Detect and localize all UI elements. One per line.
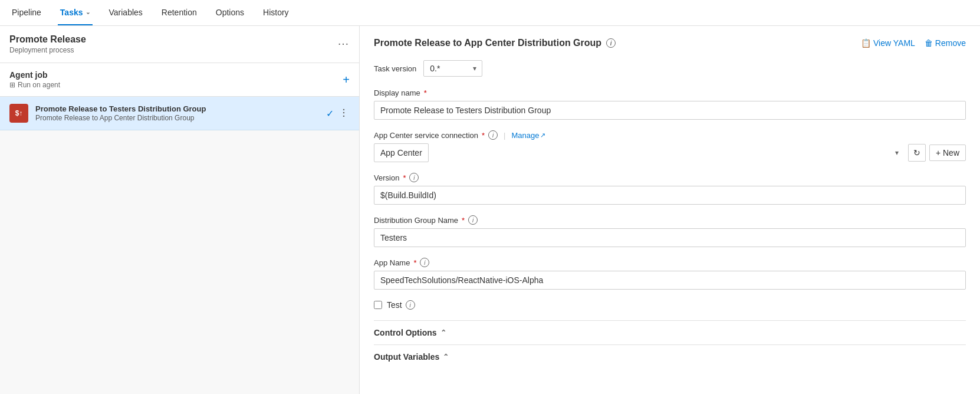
view-yaml-button[interactable]: 📋 View YAML — [861, 38, 915, 48]
app-name-label: App Name * i — [374, 258, 966, 267]
view-yaml-icon: 📋 — [861, 38, 871, 48]
dist-group-name-label: Distribution Group Name * i — [374, 215, 966, 225]
pipe-divider: | — [504, 131, 505, 140]
display-name-required: * — [424, 88, 427, 97]
task-version-select-wrapper: 0.* ▾ — [423, 60, 482, 77]
task-version-row: Task version 0.* ▾ — [374, 60, 966, 77]
app-center-service-label: App Center service connection * i | Mana… — [374, 130, 966, 140]
app-name-info-icon: i — [420, 258, 429, 267]
panel-header: Promote Release to App Center Distributi… — [374, 38, 966, 48]
refresh-button[interactable]: ↻ — [908, 144, 926, 162]
nav-tasks[interactable]: Tasks ⌄ — [58, 1, 93, 25]
app-center-chevron-icon: ▾ — [895, 149, 899, 157]
app-name-required: * — [413, 258, 416, 267]
app-center-select-wrapper: App Center ▾ — [374, 143, 905, 162]
task-version-label: Task version — [374, 64, 416, 73]
nav-variables[interactable]: Variables — [107, 1, 145, 25]
agent-job-subtitle: ⊞ Run on agent — [9, 81, 60, 89]
test-info-icon: i — [406, 300, 415, 310]
agent-job-title: Agent job — [9, 70, 60, 80]
version-field-label: Version * i — [374, 173, 966, 182]
tasks-chevron-icon: ⌄ — [85, 9, 90, 15]
nav-options[interactable]: Options — [213, 1, 246, 25]
app-name-input[interactable] — [374, 271, 966, 290]
test-checkbox-row: Test i — [374, 300, 966, 310]
dist-group-name-group: Distribution Group Name * i — [374, 215, 966, 247]
dist-group-input[interactable] — [374, 228, 966, 247]
external-link-icon: ↗ — [540, 132, 545, 139]
task-more-icon[interactable]: ︙ — [338, 107, 350, 120]
version-input[interactable] — [374, 186, 966, 205]
task-title: Promote Release to Testers Distribution … — [35, 104, 319, 113]
display-name-input[interactable] — [374, 101, 966, 120]
control-options-chevron-icon: ⌃ — [440, 329, 446, 337]
remove-button[interactable]: 🗑 Remove — [925, 38, 966, 48]
output-variables-section[interactable]: Output Variables ⌃ — [374, 344, 966, 369]
right-panel: Promote Release to App Center Distributi… — [360, 26, 980, 394]
task-item[interactable]: $↑ Promote Release to Testers Distributi… — [0, 97, 359, 130]
app-center-service-required: * — [482, 131, 485, 140]
agent-job-row: Agent job ⊞ Run on agent + — [0, 63, 359, 97]
version-info-icon: i — [409, 173, 419, 182]
task-check-icon: ✓ — [326, 108, 334, 119]
version-required: * — [403, 173, 406, 182]
app-center-service-info-icon: i — [488, 130, 498, 140]
panel-info-icon: i — [606, 38, 616, 48]
top-nav: Pipeline Tasks ⌄ Variables Retention Opt… — [0, 0, 980, 26]
dist-group-info-icon: i — [468, 215, 478, 225]
task-version-select[interactable]: 0.* — [423, 60, 482, 77]
task-icon: $↑ — [9, 104, 28, 123]
nav-retention[interactable]: Retention — [159, 1, 199, 25]
more-options-icon[interactable]: … — [337, 34, 350, 48]
left-panel: Promote Release Deployment process … Age… — [0, 26, 360, 394]
app-center-service-group: App Center service connection * i | Mana… — [374, 130, 966, 162]
main-content: Promote Release Deployment process … Age… — [0, 26, 980, 394]
promote-release-subtitle: Deployment process — [9, 46, 86, 54]
app-name-group: App Name * i — [374, 258, 966, 290]
test-label: Test i — [387, 300, 415, 310]
promote-release-title: Promote Release — [9, 34, 86, 45]
agent-grid-icon: ⊞ — [9, 81, 15, 89]
task-subtitle: Promote Release to App Center Distributi… — [35, 114, 319, 122]
promote-header: Promote Release Deployment process … — [0, 26, 359, 63]
nav-history[interactable]: History — [261, 1, 291, 25]
control-options-section[interactable]: Control Options ⌃ — [374, 320, 966, 344]
panel-title: Promote Release to App Center Distributi… — [374, 38, 616, 48]
test-checkbox[interactable] — [374, 301, 382, 309]
remove-icon: 🗑 — [925, 38, 933, 48]
new-connection-button[interactable]: + New — [929, 145, 966, 161]
display-name-group: Display name * — [374, 88, 966, 120]
nav-pipeline[interactable]: Pipeline — [9, 1, 44, 25]
display-name-label: Display name * — [374, 88, 966, 97]
app-center-select[interactable]: App Center — [374, 143, 429, 162]
manage-link[interactable]: Manage ↗ — [512, 131, 546, 140]
version-group: Version * i — [374, 173, 966, 205]
add-task-button[interactable]: + — [343, 73, 350, 87]
output-variables-chevron-icon: ⌃ — [443, 353, 449, 361]
dist-group-required: * — [462, 216, 465, 225]
